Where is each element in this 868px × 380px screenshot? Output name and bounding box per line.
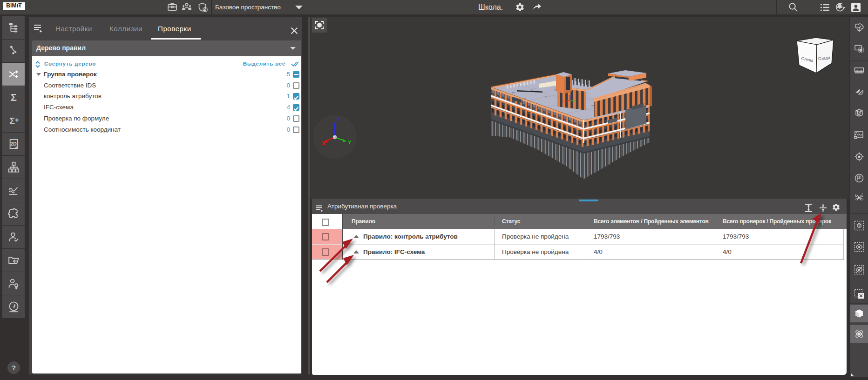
svg-text:Z: Z [337,117,340,122]
svg-text:1: 1 [855,193,856,196]
svg-text:Y: Y [348,140,352,145]
svg-text:2D: 2D [10,141,17,147]
svg-text:X: X [322,140,326,146]
svg-text:2: 2 [862,193,863,196]
svg-text:+: + [14,116,19,124]
svg-text:Σ: Σ [11,92,17,103]
svg-text:Σ: Σ [9,116,14,126]
